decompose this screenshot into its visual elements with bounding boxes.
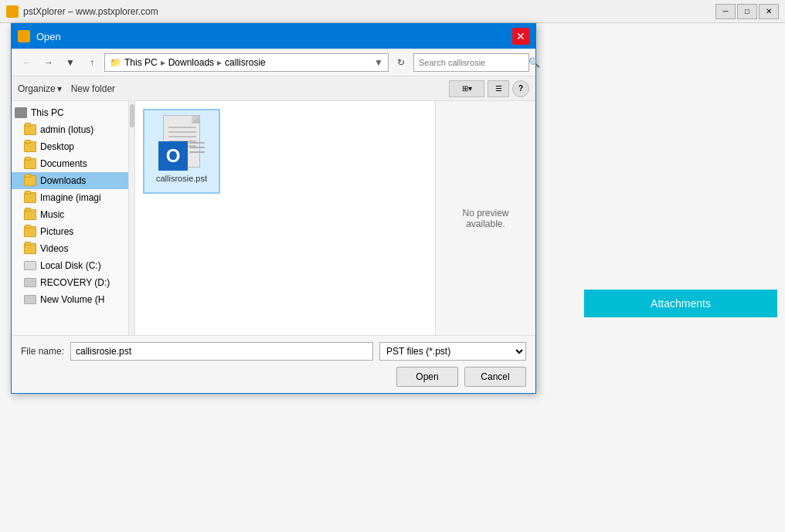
- back-button[interactable]: ←: [18, 53, 36, 72]
- maximize-button[interactable]: □: [737, 4, 757, 19]
- sidebar-label-desktop: Desktop: [40, 141, 74, 152]
- search-icon: 🔍: [528, 57, 540, 68]
- folder-icon: [24, 141, 36, 152]
- sidebar-item-documents[interactable]: Documents: [12, 155, 134, 172]
- sidebar-item-local-disk[interactable]: Local Disk (C:): [12, 257, 134, 274]
- help-button[interactable]: ?: [512, 80, 529, 97]
- window-controls: ─ □ ✕: [715, 4, 779, 19]
- sidebar: This PC admin (lotus) Desktop Documents …: [12, 101, 135, 335]
- filename-input[interactable]: [70, 342, 373, 361]
- dialog-title: Open: [36, 31, 61, 42]
- view-options-button[interactable]: ⊞ ▾: [449, 80, 484, 97]
- view-grid-icon: ⊞: [462, 84, 468, 93]
- filetype-select[interactable]: PST files (*.pst) All files (*.*): [379, 342, 526, 361]
- sidebar-label-videos: Videos: [40, 243, 68, 254]
- folder-icon: [24, 158, 36, 169]
- dropdown-nav-button[interactable]: ▼: [61, 53, 80, 72]
- navigation-toolbar: ← → ▼ ↑ 📁 This PC ▸ Downloads ▸ callisro…: [12, 49, 535, 76]
- sidebar-item-admin[interactable]: admin (lotus): [12, 121, 134, 138]
- sidebar-item-recovery[interactable]: RECOVERY (D:): [12, 274, 134, 291]
- sidebar-item-imagine[interactable]: Imagine (imagi: [12, 189, 134, 206]
- minimize-button[interactable]: ─: [715, 4, 736, 19]
- sidebar-item-thispc[interactable]: This PC: [12, 104, 134, 121]
- drive-icon: [24, 261, 36, 270]
- refresh-button[interactable]: ↻: [392, 53, 410, 72]
- folder-icon: [24, 192, 36, 203]
- up-button[interactable]: ↑: [83, 53, 101, 72]
- sidebar-label-music: Music: [40, 209, 64, 220]
- dialog-close-button[interactable]: ✕: [512, 28, 529, 45]
- sidebar-item-videos[interactable]: Videos: [12, 240, 134, 257]
- drive-icon: [24, 278, 36, 287]
- sidebar-item-music[interactable]: Music: [12, 206, 134, 223]
- file-area: O callisrosie.pst No preview available.: [135, 101, 535, 335]
- buttons-row: Open Cancel: [21, 367, 526, 387]
- filename-label: File name:: [21, 346, 64, 357]
- view-controls: ⊞ ▾ ☰ ?: [449, 80, 529, 97]
- dialog-icon: [18, 30, 30, 42]
- file-name: callisrosie.pst: [156, 174, 207, 183]
- folder-icon: [24, 124, 36, 135]
- sidebar-label-admin: admin (lotus): [40, 124, 93, 135]
- drive-icon: [24, 295, 36, 304]
- dialog-content: This PC admin (lotus) Desktop Documents …: [12, 101, 535, 335]
- cancel-button[interactable]: Cancel: [464, 367, 526, 387]
- organize-bar: Organize ▾ New folder ⊞ ▾ ☰ ?: [12, 76, 535, 101]
- sidebar-label-downloads: Downloads: [40, 175, 86, 186]
- breadcrumb-bar[interactable]: 📁 This PC ▸ Downloads ▸ callisrosie ▼: [104, 53, 389, 72]
- file-grid: O callisrosie.pst: [135, 101, 435, 335]
- file-item-callisrosie[interactable]: O callisrosie.pst: [143, 109, 220, 194]
- sidebar-item-desktop[interactable]: Desktop: [12, 138, 134, 155]
- sidebar-label-recovery: RECOVERY (D:): [40, 277, 110, 288]
- breadcrumb-sep1: ▸: [161, 57, 165, 68]
- app-icon: [6, 5, 19, 18]
- sidebar-scrollbar[interactable]: [128, 101, 134, 335]
- breadcrumb-folder-icon: 📁: [110, 57, 121, 68]
- sidebar-label-thispc: This PC: [31, 107, 64, 118]
- breadcrumb-dropdown-btn[interactable]: ▼: [374, 57, 383, 68]
- title-bar: pstXplorer – www.pstxplorer.com ─ □ ✕: [0, 0, 785, 23]
- folder-icon: [24, 226, 36, 237]
- folder-icon: [24, 209, 36, 220]
- close-button[interactable]: ✕: [759, 4, 779, 19]
- preview-text: No preview available.: [443, 208, 528, 229]
- app-title: pstXplorer – www.pstxplorer.com: [23, 6, 158, 17]
- preview-area: No preview available.: [435, 101, 535, 335]
- dialog-titlebar: Open ✕: [12, 24, 535, 49]
- sidebar-scrollbar-thumb: [130, 104, 134, 127]
- pst-file-icon: O: [158, 115, 205, 171]
- new-folder-button[interactable]: New folder: [71, 83, 115, 94]
- pc-icon: [15, 107, 27, 118]
- search-input[interactable]: [419, 58, 525, 67]
- breadcrumb-downloads: Downloads: [168, 57, 214, 68]
- title-bar-left: pstXplorer – www.pstxplorer.com: [6, 5, 158, 18]
- breadcrumb-thispc: This PC: [124, 57, 158, 68]
- open-button[interactable]: Open: [396, 367, 458, 387]
- sidebar-label-imagine: Imagine (imagi: [40, 192, 101, 203]
- breadcrumb-folder: callisrosie: [225, 57, 266, 68]
- organize-label: Organize: [18, 83, 56, 94]
- sidebar-label-documents: Documents: [40, 158, 87, 169]
- breadcrumb-sep2: ▸: [217, 57, 222, 68]
- folder-icon: [24, 175, 36, 186]
- sidebar-label-localdisk: Local Disk (C:): [40, 260, 101, 271]
- sidebar-item-downloads[interactable]: Downloads: [12, 172, 134, 189]
- forward-button[interactable]: →: [39, 53, 58, 72]
- dialog-bottom: File name: PST files (*.pst) All files (…: [12, 335, 535, 393]
- sidebar-label-newvol: New Volume (H: [40, 294, 104, 305]
- sidebar-label-pictures: Pictures: [40, 226, 73, 237]
- organize-button[interactable]: Organize ▾: [18, 83, 62, 94]
- filename-row: File name: PST files (*.pst) All files (…: [21, 342, 526, 361]
- dialog-titlebar-left: Open: [18, 30, 61, 42]
- preview-pane-button[interactable]: ☰: [488, 80, 509, 97]
- folder-icon: [24, 243, 36, 254]
- search-box: 🔍: [413, 53, 529, 72]
- view-arrow-icon: ▾: [468, 84, 472, 93]
- attachments-button[interactable]: Attachments: [584, 290, 777, 317]
- organize-arrow: ▾: [57, 83, 62, 94]
- sidebar-item-newvol[interactable]: New Volume (H: [12, 291, 134, 308]
- sidebar-item-pictures[interactable]: Pictures: [12, 223, 134, 240]
- open-dialog: Open ✕ ← → ▼ ↑ 📁 This PC ▸ Downloads ▸ c…: [11, 23, 536, 394]
